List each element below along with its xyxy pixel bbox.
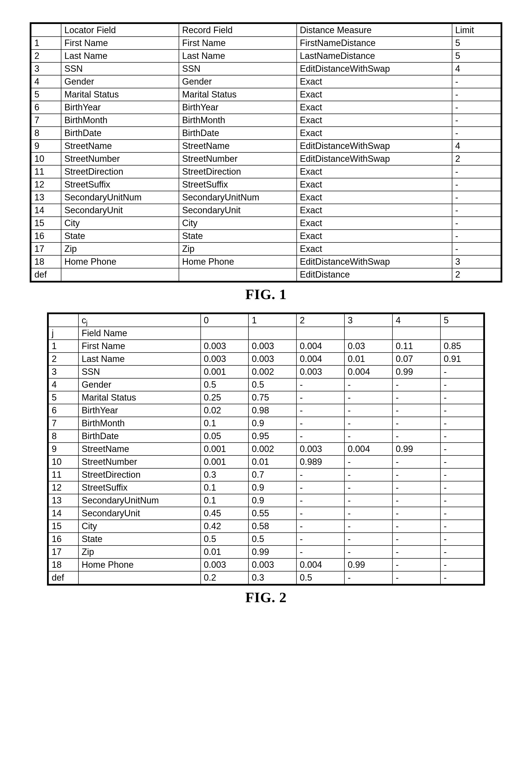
fig1-cell: Exact <box>297 191 452 204</box>
fig2-cell: - <box>440 443 484 456</box>
fig2-cell: - <box>393 378 440 391</box>
fig2-cell: State <box>79 533 201 545</box>
fig2-cell: - <box>393 571 440 585</box>
fig2-cell: 0.003 <box>201 558 249 571</box>
fig2-header-cell: 3 <box>344 313 393 327</box>
fig1-cell: BirthYear <box>61 101 179 114</box>
fig2-cell: 0.9 <box>248 494 296 507</box>
fig2-cell: BirthMonth <box>79 417 201 430</box>
fig2-cell: 0.3 <box>201 468 249 481</box>
fig1-cell: Exact <box>297 101 452 114</box>
fig2-cell: 0.2 <box>201 571 249 585</box>
fig2-cell: 0.1 <box>201 481 249 494</box>
fig2-cell: SSN <box>79 366 201 378</box>
fig2-cell: - <box>440 468 484 481</box>
fig1-cell: State <box>61 229 179 243</box>
fig2-cell: 0.98 <box>248 404 296 417</box>
fig2-cell: 1 <box>48 340 79 352</box>
fig2-cell: 0.002 <box>248 366 296 378</box>
fig1-cell: - <box>452 191 502 204</box>
fig2-cell: StreetNumber <box>79 456 201 468</box>
fig1-cell: StreetName <box>179 139 297 152</box>
fig1-cell: City <box>179 217 297 229</box>
fig2-header-cell <box>344 327 393 340</box>
table-row: 2Last NameLast NameLastNameDistance5 <box>31 50 502 62</box>
fig1-cell: Last Name <box>179 50 297 62</box>
fig2-cell: 0.03 <box>344 340 393 352</box>
table-row: 6BirthYearBirthYearExact- <box>31 101 502 114</box>
fig1-cell: 5 <box>31 88 61 101</box>
fig1-cell: 4 <box>452 139 502 152</box>
fig2-cell: - <box>393 545 440 558</box>
table-row: 13SecondaryUnitNum0.10.9---- <box>48 494 484 507</box>
fig2-cell: Marital Status <box>79 391 201 404</box>
fig2-cell: Gender <box>79 378 201 391</box>
fig1-cell: StreetName <box>61 139 179 152</box>
fig1-cell: StreetDirection <box>61 165 179 178</box>
fig2-cell: 0.002 <box>248 443 296 456</box>
fig2-header-cell: 2 <box>296 313 344 327</box>
fig1-cell: Gender <box>179 75 297 88</box>
fig2-cell: 8 <box>48 430 79 443</box>
fig2-cell: 0.99 <box>248 545 296 558</box>
fig2-cell: - <box>440 507 484 520</box>
fig1-cell: - <box>452 75 502 88</box>
fig1-cell: BirthDate <box>61 127 179 139</box>
table-row: 8BirthDate0.050.95---- <box>48 430 484 443</box>
fig2-cell: - <box>296 507 344 520</box>
fig2-cell: - <box>296 391 344 404</box>
fig2-cell: - <box>440 456 484 468</box>
fig2-cell: 0.003 <box>248 558 296 571</box>
fig2-header-cell <box>440 327 484 340</box>
fig2-cell: 2 <box>48 352 79 366</box>
fig2-cell: - <box>393 533 440 545</box>
fig2-cell: 10 <box>48 456 79 468</box>
fig2-cell: - <box>440 430 484 443</box>
fig1-cell: EditDistanceWithSwap <box>297 152 452 165</box>
fig2-cell: 17 <box>48 545 79 558</box>
fig2-cell: 3 <box>48 366 79 378</box>
fig2-cell: 0.004 <box>296 558 344 571</box>
fig2-header-cell <box>201 327 249 340</box>
fig2-cell: Zip <box>79 545 201 558</box>
fig1-cell: 18 <box>31 255 61 268</box>
fig2-cell: - <box>296 533 344 545</box>
fig2-cell: 0.9 <box>248 417 296 430</box>
fig1-cell: StreetDirection <box>179 165 297 178</box>
fig2-cell: - <box>344 404 393 417</box>
fig2-header-cell: Field Name <box>79 327 201 340</box>
fig2-cell: 5 <box>48 391 79 404</box>
fig2-cell: - <box>440 571 484 585</box>
fig2-cell: - <box>393 417 440 430</box>
table-row: 12StreetSuffixStreetSuffixExact- <box>31 178 502 191</box>
fig2-cell: 15 <box>48 520 79 533</box>
fig1-cell: - <box>452 127 502 139</box>
fig2-cell: - <box>440 545 484 558</box>
fig2-cell: 0.004 <box>344 443 393 456</box>
fig1-cell: Exact <box>297 229 452 243</box>
fig2-cell: SecondaryUnit <box>79 507 201 520</box>
fig1-cell: 7 <box>31 114 61 127</box>
fig1-cell: SecondaryUnit <box>179 204 297 217</box>
fig1-cell: Zip <box>179 243 297 255</box>
fig1-cell: 1 <box>31 37 61 50</box>
fig1-cell <box>179 268 297 282</box>
fig1-cell: City <box>61 217 179 229</box>
fig2-cell: StreetDirection <box>79 468 201 481</box>
table-row: 3SSN0.0010.0020.0030.0040.99- <box>48 366 484 378</box>
fig2-cell: 0.004 <box>344 366 393 378</box>
fig1-cell: 3 <box>452 255 502 268</box>
fig1-cell: 9 <box>31 139 61 152</box>
fig1-cell: StreetNumber <box>61 152 179 165</box>
fig2-table: cj012345jField Name1First Name0.0030.003… <box>47 312 485 586</box>
fig2-cell: 0.58 <box>248 520 296 533</box>
fig1-cell: EditDistance <box>297 268 452 282</box>
fig2-header-cell: cj <box>79 313 201 327</box>
fig2-cell: - <box>440 404 484 417</box>
fig2-cell: 13 <box>48 494 79 507</box>
fig1-cell: 10 <box>31 152 61 165</box>
fig2-cell: - <box>344 417 393 430</box>
fig1-cell: First Name <box>179 37 297 50</box>
fig2-cell: - <box>344 494 393 507</box>
fig1-table: Locator FieldRecord FieldDistance Measur… <box>30 22 502 283</box>
